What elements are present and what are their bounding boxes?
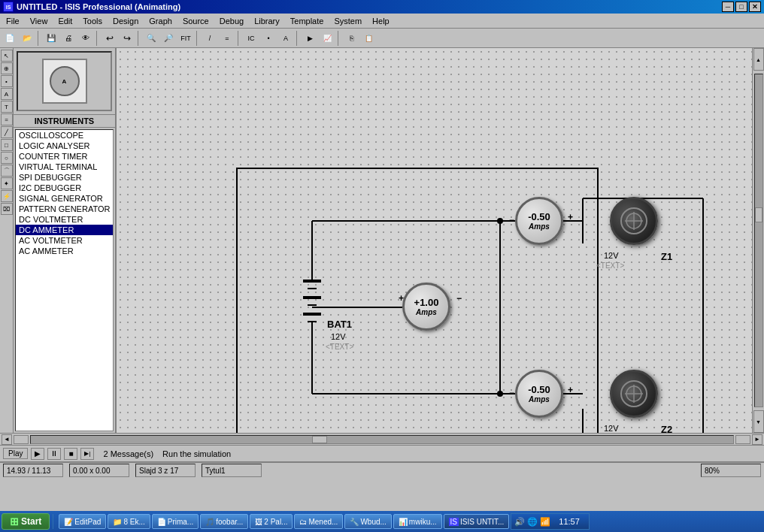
close-button[interactable]: ✕ — [749, 2, 761, 12]
taskbar-isis[interactable]: IS ISIS UNTIT... — [444, 514, 510, 529]
bus-button[interactable]: = — [219, 30, 235, 47]
inst-dc-ammeter[interactable]: DC AMMETER — [16, 225, 113, 235]
print-button[interactable]: 🖨 — [60, 30, 77, 47]
menu-library[interactable]: Library — [250, 15, 284, 27]
zoom-out-button[interactable]: 🔎 — [160, 30, 177, 47]
zoom-in-button[interactable]: 🔍 — [143, 30, 159, 47]
menu-template[interactable]: Template — [286, 15, 329, 27]
start-button[interactable]: ⊞ Start — [2, 513, 50, 530]
taskbar-mwiku[interactable]: 📊 mwiku... — [393, 514, 442, 529]
menu-source[interactable]: Source — [178, 15, 214, 27]
sim-pause-button[interactable]: ⏸ — [47, 448, 61, 460]
scroll-left-button[interactable]: ◄ — [2, 434, 12, 445]
wire-label-tool[interactable]: A — [1, 88, 13, 100]
sim-stop-button[interactable]: ■ — [64, 448, 77, 460]
ammeter-top-unit: Amps — [529, 222, 550, 231]
copy-button[interactable]: ⎘ — [343, 30, 359, 47]
simulate-button[interactable]: ▶ — [302, 30, 318, 47]
menu-edit[interactable]: Edit — [53, 15, 77, 27]
component-button[interactable]: IC — [243, 30, 259, 47]
box-tool[interactable]: □ — [1, 139, 13, 151]
junction-tool[interactable]: • — [1, 75, 13, 87]
undo-button[interactable]: ↩ — [102, 30, 118, 47]
taskbar-editpad[interactable]: 📝 EditPad — [59, 514, 106, 529]
taskbar-prima[interactable]: 📄 Prima... — [152, 514, 199, 529]
menu-debug[interactable]: Debug — [215, 15, 248, 27]
title-bar: IS UNTITLED - ISIS Professional (Animati… — [0, 0, 764, 14]
new-button[interactable]: 📄 — [2, 30, 18, 47]
canvas-area[interactable]: BAT1 12V <TEXT> -0.50 Amps − + +1.00 Amp… — [117, 48, 752, 433]
menu-view[interactable]: View — [26, 15, 53, 27]
inst-virtual-terminal[interactable]: VIRTUAL TERMINAL — [16, 162, 113, 172]
label-button[interactable]: A — [277, 30, 294, 47]
toolbar-sep-4 — [196, 31, 199, 46]
scroll-right-end[interactable] — [735, 435, 750, 444]
scroll-track[interactable] — [30, 435, 734, 444]
inst-i2c-debugger[interactable]: I2C DEBUGGER — [16, 183, 113, 193]
scroll-thumb[interactable] — [312, 436, 327, 443]
inst-logic-analyser[interactable]: LOGIC ANALYSER — [16, 141, 113, 151]
line-tool[interactable]: ╱ — [1, 126, 13, 138]
inst-spi-debugger[interactable]: SPI DEBUGGER — [16, 172, 113, 183]
toolbar-sep-7 — [338, 31, 341, 46]
inst-signal-generator[interactable]: SIGNAL GENERATOR — [16, 193, 113, 204]
junction-button[interactable]: • — [260, 30, 277, 47]
sim-play-button[interactable]: ▶ — [31, 448, 44, 460]
lamp2-label: Z2 — [661, 424, 672, 433]
circle-tool[interactable]: ○ — [1, 152, 13, 164]
inst-ac-ammeter[interactable]: AC AMMETER — [16, 246, 113, 256]
inst-pattern-generator[interactable]: PATTERN GENERATOR — [16, 204, 113, 214]
inst-dc-voltmeter[interactable]: DC VOLTMETER — [16, 214, 113, 225]
menu-tools[interactable]: Tools — [78, 15, 107, 27]
minimize-button[interactable]: ─ — [722, 2, 734, 12]
taskbar-mened[interactable]: 🗂 Mened... — [294, 514, 343, 529]
battery-symbol — [297, 266, 327, 350]
menu-design[interactable]: Design — [108, 15, 143, 27]
taskbar-clock: 11:57 — [553, 517, 586, 526]
paste-button[interactable]: 📋 — [360, 30, 377, 47]
title-bar-controls[interactable]: ─ □ ✕ — [722, 2, 761, 12]
ammeter-bottom: -0.50 Amps — [515, 370, 563, 418]
scroll-up-button[interactable]: ▲ — [753, 48, 764, 71]
maximize-button[interactable]: □ — [735, 2, 747, 12]
inst-counter-timer[interactable]: COUNTER TIMER — [16, 151, 113, 162]
menu-graph[interactable]: Graph — [144, 15, 177, 27]
redo-button[interactable]: ↪ — [119, 30, 135, 47]
horizontal-scrollbar[interactable]: ◄ ► — [0, 433, 764, 445]
status-size: 0.00 x 0.00 — [69, 464, 129, 477]
right-scrollbar[interactable]: ▲ ▼ — [752, 48, 764, 433]
menu-system[interactable]: System — [329, 15, 366, 27]
sim-step-button[interactable]: ▶| — [80, 448, 94, 460]
simulation-bar: Play ▶ ⏸ ■ ▶| 2 Message(s) Run the simul… — [0, 445, 764, 461]
menu-help[interactable]: Help — [368, 15, 394, 27]
component-tool[interactable]: ⊕ — [1, 62, 13, 74]
marker-tool[interactable]: ✦ — [1, 177, 13, 189]
taskbar-ek[interactable]: 📁 8 Ek... — [108, 514, 150, 529]
zoom-fit-button[interactable]: FIT — [177, 30, 194, 47]
play-button[interactable]: Play — [3, 448, 28, 459]
scroll-left-end[interactable] — [14, 435, 29, 444]
wire-button[interactable]: / — [202, 30, 218, 47]
taskbar-foobar[interactable]: 🎵 foobar... — [200, 514, 248, 529]
save-button[interactable]: 💾 — [43, 30, 59, 47]
toolbar-1: 📄 📂 💾 🖨 👁 ↩ ↪ 🔍 🔎 FIT / = IC • A ▶ 📈 ⎘ 📋 — [0, 29, 764, 48]
taskbar-wbud[interactable]: 🔧 Wbud... — [344, 514, 391, 529]
inst-ac-voltmeter[interactable]: AC VOLTMETER — [16, 235, 113, 246]
scroll-right-button[interactable]: ► — [752, 434, 762, 445]
select-tool[interactable]: ↖ — [1, 50, 13, 62]
tape-tool[interactable]: ⌧ — [1, 203, 13, 215]
taskbar-pal[interactable]: 🖼 2 Pal... — [250, 514, 293, 529]
text-tool[interactable]: T — [1, 101, 13, 113]
probe-tool[interactable]: ⚡ — [1, 190, 13, 202]
menu-file[interactable]: File — [2, 15, 24, 27]
toolbar-sep-1 — [38, 31, 41, 46]
arc-tool[interactable]: ⌒ — [1, 165, 13, 177]
scroll-down-button[interactable]: ▼ — [753, 410, 764, 433]
left-tools: ↖ ⊕ • A T = ╱ □ ○ ⌒ ✦ ⚡ ⌧ — [0, 48, 14, 433]
instruments-list[interactable]: OSCILLOSCOPE LOGIC ANALYSER COUNTER TIME… — [15, 129, 114, 431]
graph-button[interactable]: 📈 — [319, 30, 335, 47]
inst-oscilloscope[interactable]: OSCILLOSCOPE — [16, 130, 113, 141]
print-preview-button[interactable]: 👁 — [77, 30, 94, 47]
open-button[interactable]: 📂 — [19, 30, 35, 47]
bus-tool[interactable]: = — [1, 113, 13, 125]
